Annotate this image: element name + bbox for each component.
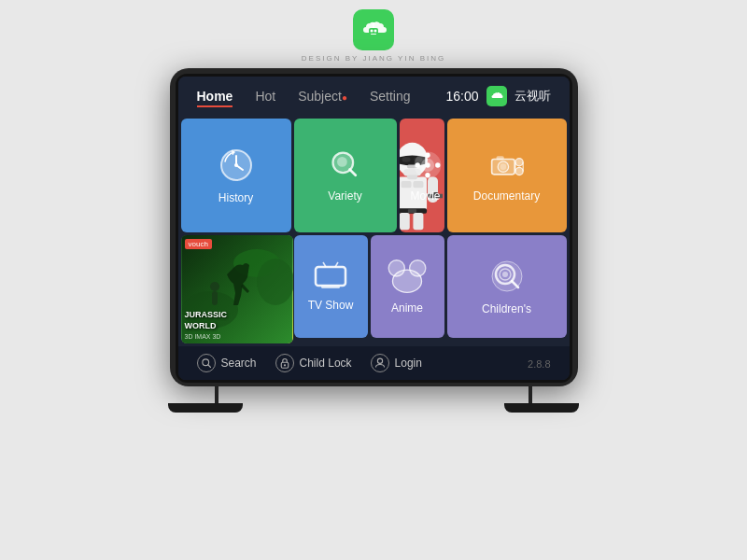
stand-right-neck [529, 386, 532, 403]
tv-stand-feet [28, 403, 719, 413]
jurassic-bg: vouch JURASSIC WORLD 3D IMAX 3D [181, 235, 293, 343]
svg-point-5 [373, 23, 375, 26]
svg-point-61 [502, 272, 508, 277]
svg-point-9 [234, 163, 238, 167]
nav-app-name: 云视听 [514, 88, 551, 105]
svg-rect-27 [401, 181, 411, 188]
jurassic-title-area: JURASSIC WORLD [185, 310, 228, 330]
svg-rect-15 [212, 291, 218, 305]
svg-rect-30 [407, 209, 416, 213]
svg-point-22 [425, 153, 430, 158]
svg-point-14 [210, 282, 219, 291]
svg-point-12 [257, 259, 293, 305]
search-label: Search [221, 357, 257, 370]
mid-top-row: Variety [294, 119, 444, 232]
bottom-actions: Search Child Lock [197, 354, 422, 372]
search-action[interactable]: Search [197, 354, 257, 372]
tile-variety[interactable]: Variety [294, 119, 397, 232]
jurassic-subtitle: 3D IMAX 3D [185, 333, 221, 340]
childlock-label: Child Lock [300, 357, 352, 370]
history-label: History [218, 191, 253, 204]
svg-point-1 [371, 30, 374, 33]
svg-line-18 [349, 170, 355, 175]
tv-bezel: Home Hot Subject● Setting 16:00 [176, 74, 572, 383]
children-label: Children's [482, 302, 531, 315]
svg-rect-43 [316, 267, 345, 286]
subject-dot: ● [342, 92, 347, 103]
documentary-camera-icon [490, 148, 524, 182]
movie-label: Movie [411, 189, 441, 203]
nav-home[interactable]: Home [197, 89, 233, 104]
svg-rect-32 [413, 213, 423, 230]
version-display: 2.8.8 [528, 355, 550, 371]
history-clock-icon [218, 147, 255, 184]
tile-movie[interactable]: Movie [400, 119, 444, 232]
svg-line-64 [207, 365, 210, 368]
svg-point-17 [337, 157, 347, 167]
tile-jurassic[interactable]: vouch JURASSIC WORLD 3D IMAX 3D [181, 235, 293, 343]
design-credit: DESIGN BY JIANG YIN BING [302, 54, 445, 63]
svg-point-36 [402, 157, 410, 162]
nav-left: Home Hot Subject● Setting [197, 89, 411, 104]
svg-point-25 [435, 162, 440, 167]
nav-time: 16:00 [445, 89, 478, 104]
tile-children[interactable]: Children's [447, 235, 567, 338]
tv-screen: Home Hot Subject● Setting 16:00 [178, 77, 570, 380]
svg-rect-31 [400, 213, 410, 230]
version-text: 2.8.8 [528, 358, 550, 370]
nav-setting[interactable]: Setting [370, 89, 411, 104]
nav-bar: Home Hot Subject● Setting 16:00 [178, 77, 570, 116]
tile-documentary[interactable]: Documentary [447, 119, 567, 232]
childlock-action[interactable]: Child Lock [275, 354, 352, 372]
svg-point-49 [392, 270, 421, 292]
right-column: Documentary Children's [447, 119, 567, 343]
content-grid: History [178, 116, 570, 346]
svg-point-55 [515, 167, 523, 175]
movie-icon [411, 148, 444, 182]
tile-anime[interactable]: Anime [371, 235, 444, 338]
svg-point-54 [515, 159, 523, 166]
svg-rect-3 [371, 34, 376, 35]
stand-right-foot [504, 403, 579, 413]
mid-section: Variety [294, 119, 444, 343]
logo-area: DESIGN BY JIANG YIN BING [302, 0, 445, 68]
svg-rect-44 [321, 286, 340, 288]
svg-rect-53 [496, 156, 503, 160]
anime-label: Anime [391, 301, 423, 315]
stand-left-neck [215, 386, 218, 403]
bottom-bar: Search Child Lock [178, 346, 570, 380]
jurassic-badge: vouch [185, 239, 212, 249]
nav-right: 16:00 云视听 [445, 86, 550, 106]
documentary-label: Documentary [473, 189, 540, 203]
login-action[interactable]: Login [371, 354, 422, 372]
variety-icon [329, 148, 362, 182]
tv-frame: Home Hot Subject● Setting 16:00 [170, 68, 578, 386]
svg-rect-28 [413, 181, 423, 188]
svg-point-23 [425, 173, 430, 177]
svg-point-2 [374, 30, 377, 33]
login-label: Login [395, 357, 422, 370]
variety-label: Variety [328, 189, 361, 203]
tile-history[interactable]: History [181, 119, 291, 232]
svg-point-21 [425, 162, 430, 167]
search-icon [197, 354, 216, 372]
jurassic-title: JURASSIC [185, 310, 228, 321]
cloud-app-icon [486, 86, 507, 106]
anime-icon [387, 259, 428, 294]
tile-tvshow[interactable]: TV Show [294, 235, 368, 338]
children-icon [488, 258, 526, 295]
jurassic-world: WORLD [185, 321, 228, 330]
tvshow-icon [312, 261, 349, 291]
svg-point-24 [415, 162, 419, 167]
left-column: History [181, 119, 291, 343]
nav-hot[interactable]: Hot [255, 89, 275, 104]
svg-point-66 [283, 364, 285, 366]
tvshow-label: TV Show [308, 299, 354, 312]
mid-bottom-row: TV Show Anime [294, 235, 444, 338]
nav-subject[interactable]: Subject● [298, 89, 347, 104]
user-icon [371, 354, 389, 372]
stand-left-foot [168, 403, 243, 413]
svg-point-52 [500, 163, 506, 170]
svg-point-67 [377, 358, 382, 363]
logo-icon [353, 9, 394, 50]
